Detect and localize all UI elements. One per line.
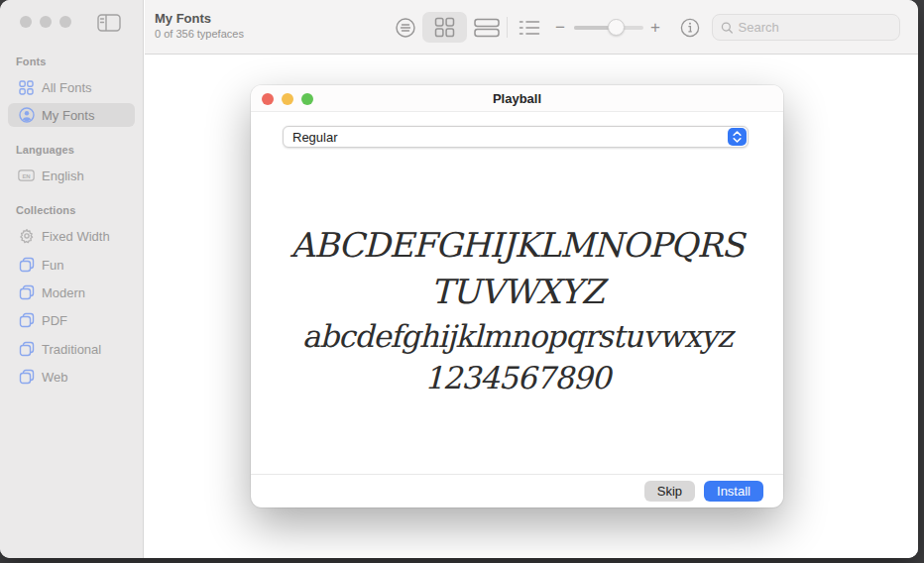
font-install-dialog: Playball Regular ABCDEFGHIJKLMNOPQRS TUV…	[251, 85, 783, 507]
font-preview: ABCDEFGHIJKLMNOPQRS TUVWXYZ abcdefghijkl…	[261, 148, 773, 473]
sidebar-item-fixed-width[interactable]: Fixed Width	[8, 224, 135, 248]
typeface-count: 0 of 356 typefaces	[155, 28, 244, 40]
chevron-up-down-icon	[728, 128, 747, 146]
grid-icon	[18, 79, 35, 96]
dialog-footer: Skip Install	[251, 474, 783, 507]
skip-button[interactable]: Skip	[644, 481, 695, 502]
toolbar-divider	[507, 17, 508, 38]
style-select[interactable]: Regular	[283, 126, 749, 148]
sidebar-item-label: PDF	[42, 313, 67, 328]
preview-numerals: 1234567890	[424, 357, 610, 398]
collection-icon	[18, 312, 35, 329]
sidebar-item-fun[interactable]: Fun	[8, 253, 135, 277]
grid-view-button[interactable]	[422, 12, 467, 43]
zoom-in-button[interactable]: +	[650, 12, 660, 43]
collection-icon	[18, 257, 35, 274]
size-slider-knob[interactable]	[608, 19, 625, 36]
user-icon	[18, 107, 35, 124]
sidebar-section-fonts: Fonts	[16, 56, 46, 67]
search-icon	[721, 21, 734, 35]
sidebar-item-modern[interactable]: Modern	[8, 281, 135, 304]
preview-lowercase: abcdefghijklmnopqrstuvwxyz	[302, 315, 733, 357]
gear-icon	[18, 228, 35, 245]
list-view-icon	[519, 19, 540, 37]
close-button[interactable]	[20, 16, 32, 28]
sidebar-section-collections: Collections	[16, 204, 75, 216]
collection-icon	[18, 341, 35, 358]
install-button[interactable]: Install	[704, 481, 763, 502]
page-title: My Fonts	[155, 11, 211, 26]
sidebar-item-label: Fun	[42, 258, 63, 273]
sidebar-item-all-fonts[interactable]: All Fonts	[8, 75, 135, 99]
zoom-out-button[interactable]: −	[555, 12, 565, 43]
collection-icon	[18, 369, 35, 386]
sidebar-item-web[interactable]: Web	[8, 365, 135, 389]
list-view-button[interactable]	[512, 12, 547, 43]
sidebar-item-label: Modern	[42, 285, 85, 300]
search-input[interactable]	[739, 20, 891, 35]
sidebar: Fonts All Fonts	[0, 0, 144, 558]
stack-view-icon	[474, 17, 500, 39]
info-button[interactable]	[674, 12, 706, 43]
sidebar-item-pdf[interactable]: PDF	[8, 308, 135, 332]
sidebar-item-label: Fixed Width	[42, 229, 110, 244]
svg-text:EN: EN	[22, 173, 30, 179]
dialog-titlebar: Playball	[251, 85, 783, 112]
sidebar-item-label: My Fonts	[42, 108, 94, 123]
stack-view-button[interactable]	[468, 12, 506, 43]
info-icon	[680, 18, 700, 38]
toggle-sidebar-icon[interactable]	[97, 14, 121, 32]
toolbar: My Fonts 0 of 356 typefaces	[145, 0, 918, 55]
sample-view-button[interactable]	[388, 12, 423, 43]
zoom-button[interactable]	[59, 16, 71, 28]
font-book-window: Fonts All Fonts	[0, 0, 918, 558]
preview-uppercase-line1: ABCDEFGHIJKLMNOPQRS	[290, 222, 744, 269]
minimize-button[interactable]	[40, 16, 52, 28]
grid-view-icon	[434, 17, 455, 38]
sidebar-item-label: Web	[42, 370, 68, 385]
collection-icon	[18, 284, 35, 301]
sidebar-item-english[interactable]: EN English	[8, 164, 135, 187]
sidebar-item-traditional[interactable]: Traditional	[8, 337, 135, 361]
search-field[interactable]	[712, 14, 900, 41]
en-badge-icon: EN	[18, 168, 35, 184]
style-select-value: Regular	[292, 130, 338, 145]
sidebar-item-label: Traditional	[42, 342, 101, 357]
sidebar-item-label: English	[42, 169, 84, 183]
sidebar-item-label: All Fonts	[42, 80, 92, 95]
sidebar-section-languages: Languages	[16, 144, 74, 156]
preview-uppercase-line2: TUVWXYZ	[430, 269, 603, 315]
sidebar-item-my-fonts[interactable]: My Fonts	[8, 103, 135, 127]
dialog-title: Playball	[251, 91, 783, 106]
sample-view-icon	[395, 17, 416, 39]
